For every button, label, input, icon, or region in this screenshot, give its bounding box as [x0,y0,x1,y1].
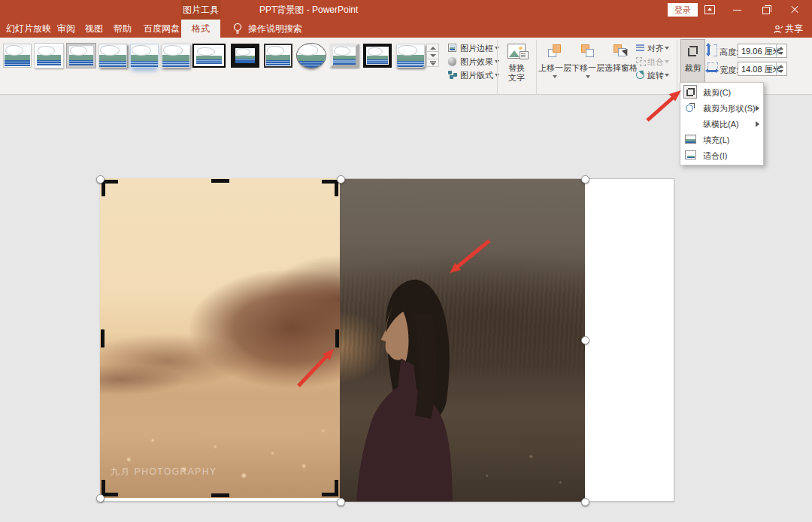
menu-item-aspect-ratio[interactable]: 纵横比(A) [680,116,763,132]
spin-down-icon[interactable] [779,52,783,55]
width-input[interactable]: 14.08 厘米 [738,62,787,76]
crop-handle-top[interactable] [211,179,229,183]
rotate-icon [636,71,644,79]
spin-down-icon[interactable] [779,70,783,73]
more-styles-icon [430,62,436,65]
picture-style-thumbnail[interactable] [264,44,292,68]
woman-silhouette [345,272,467,502]
person-icon [774,25,783,34]
tab-format-active[interactable]: 格式 [181,20,220,38]
selection-handle[interactable] [337,498,345,506]
menu-item-fit[interactable]: 适合(I) [680,147,763,163]
chevron-down-icon [553,75,557,78]
group-button-disabled: 组合 [636,56,675,68]
submenu-arrow-icon [756,121,759,127]
fit-icon [685,150,696,159]
restore-icon [762,7,770,14]
chevron-down-icon [586,75,590,78]
picture-style-thumbnail[interactable] [330,44,359,68]
spin-up-icon[interactable] [779,65,783,68]
height-input[interactable]: 19.06 厘米 [738,44,787,58]
selection-handle[interactable] [581,336,589,344]
crop-icon [687,45,698,56]
selection-handle[interactable] [96,494,105,502]
selection-handle[interactable] [581,175,589,184]
tell-me-search[interactable]: 操作说明搜索 [248,20,302,38]
group-icon [636,57,645,65]
picture-style-thumbnail[interactable] [231,44,259,68]
picture-layout-button[interactable]: 图片版式 [448,69,495,81]
chevron-down-icon [665,60,669,63]
menu-item-crop[interactable]: 裁剪(C) [680,84,763,100]
picture-landscape-sunset[interactable]: 九月 PHOTOGRAPHY [100,178,340,498]
tab-review[interactable]: 审阅 [57,20,75,38]
gallery-scrollbar [426,44,439,69]
picture-style-thumbnail[interactable] [363,44,392,68]
bring-forward-icon [553,44,561,53]
minimize-button[interactable] [726,0,749,20]
tab-baidu-netdisk[interactable]: 百度网盘 [144,20,180,38]
selection-pane-icon [622,49,629,57]
titlebar: 图片工具 PPT背景图 - PowerPoint 登录 [0,0,812,20]
picture-style-thumbnail[interactable] [98,44,127,68]
ribbon-display-options-icon [704,5,715,14]
crop-icon [683,85,697,99]
gallery-more-button[interactable] [426,59,439,67]
ribbon-display-options-button[interactable] [698,0,720,20]
picture-effects-icon [448,57,456,65]
width-icon [707,62,717,73]
selection-handle[interactable] [581,498,589,506]
menu-item-crop-to-shape[interactable]: 裁剪为形状(S) [680,100,763,116]
crop-handle-top-left[interactable] [102,180,118,196]
picture-style-thumbnail-selected[interactable] [192,44,226,68]
height-icon [707,44,717,55]
minimize-icon [733,10,741,11]
tab-help[interactable]: 帮助 [114,20,132,38]
picture-style-thumbnail[interactable] [297,44,326,68]
crop-handle-bottom-right[interactable] [322,480,338,496]
selection-handle[interactable] [337,175,345,184]
share-button[interactable]: 共享 [774,20,803,38]
send-backward-icon [586,49,594,57]
close-button[interactable] [783,0,806,20]
chevron-down-icon [665,47,669,50]
picture-style-thumbnail[interactable] [130,44,159,68]
login-button[interactable]: 登录 [668,3,698,17]
picture-style-thumbnail[interactable] [35,44,63,68]
ribbon-tab-bar: 幻灯片放映 审阅 视图 帮助 百度网盘 格式 操作说明搜索 共享 [0,20,812,38]
crop-handle-top-right[interactable] [322,180,338,196]
tab-slideshow[interactable]: 幻灯片放映 [6,20,51,38]
picture-tools-contextual-header: 图片工具 [181,0,220,20]
menu-item-fill[interactable]: 填充(L) [680,132,763,147]
crop-handle-bottom[interactable] [211,493,229,497]
selection-handle[interactable] [96,175,105,184]
tab-view[interactable]: 视图 [85,20,103,38]
picture-style-thumbnail[interactable] [396,44,425,68]
picture-border-button[interactable]: 图片边框 [448,42,495,54]
lightbulb-icon [232,23,243,35]
picture-border-icon [448,44,456,52]
triangle-up-icon [430,47,436,50]
triangle-down-icon [430,54,436,57]
picture-style-thumbnail[interactable] [162,44,190,68]
submenu-arrow-icon [756,105,759,111]
picture-effects-button[interactable]: 图片效果 [448,56,495,68]
width-label: 宽度: [720,65,738,76]
restore-button[interactable] [755,0,777,20]
chevron-down-icon [665,74,669,77]
photo-watermark: 九月 PHOTOGRAPHY [111,466,217,478]
rotate-button[interactable]: 旋转 [636,69,675,81]
picture-style-thumbnail[interactable] [67,44,95,68]
fill-icon [685,135,696,144]
crop-handle-right[interactable] [335,329,339,347]
crop-dropdown-menu: 裁剪(C) 裁剪为形状(S) 纵横比(A) 填充(L) 适合(I) [680,82,764,165]
spin-up-icon[interactable] [779,47,783,50]
align-button[interactable]: 对齐 [636,42,675,54]
document-title: PPT背景图 - PowerPoint [259,0,358,20]
crop-handle-bottom-left[interactable] [102,480,118,496]
picture-style-thumbnail[interactable] [3,44,32,68]
crop-handle-left[interactable] [101,329,105,347]
height-label: 高度: [720,47,738,58]
picture-woman-profile[interactable] [340,179,585,502]
crop-to-shape-icon [686,103,695,112]
